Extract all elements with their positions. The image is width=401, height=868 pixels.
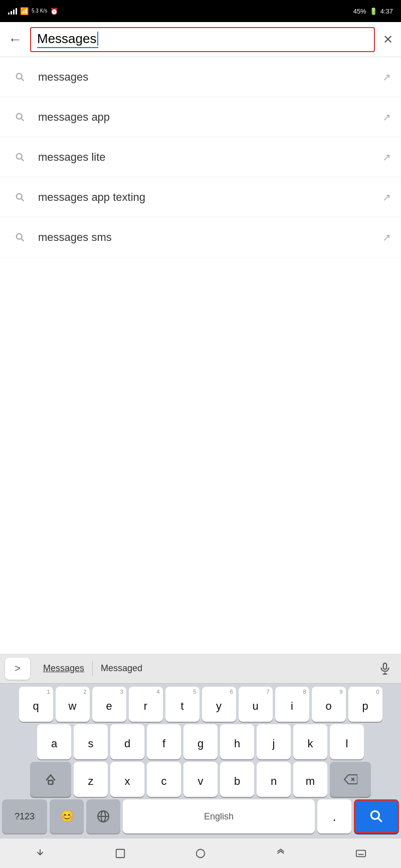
nav-keyboard-button[interactable] xyxy=(346,842,376,864)
svg-rect-24 xyxy=(356,850,365,856)
search-icon xyxy=(10,152,30,163)
svg-line-20 xyxy=(378,818,381,821)
search-bar: ← Messages ✕ xyxy=(0,22,401,57)
svg-line-3 xyxy=(21,118,24,121)
key-k[interactable]: k xyxy=(293,724,327,759)
key-o[interactable]: 9 o xyxy=(312,687,346,722)
battery-text: 45% xyxy=(353,8,366,15)
nav-recents-button[interactable] xyxy=(266,842,296,864)
key-u[interactable]: 7 u xyxy=(239,687,273,722)
keyboard: 1 q 2 w 3 e 4 r 5 t 6 y xyxy=(0,684,401,838)
arrow-icon: ↗ xyxy=(382,71,391,83)
svg-rect-13 xyxy=(49,780,53,784)
key-q[interactable]: 1 q xyxy=(19,687,53,722)
key-l[interactable]: l xyxy=(330,724,364,759)
back-button[interactable]: ← xyxy=(8,32,22,48)
search-icon xyxy=(10,72,30,83)
delete-key[interactable] xyxy=(330,762,371,797)
key-z[interactable]: z xyxy=(74,762,108,797)
svg-point-6 xyxy=(17,193,22,199)
search-icon xyxy=(10,232,30,243)
search-input-text: Messages xyxy=(37,31,97,47)
arrow-icon: ↗ xyxy=(382,111,391,123)
suggestion-text: messages app xyxy=(30,111,382,124)
search-key[interactable] xyxy=(354,799,399,833)
key-r[interactable]: 4 r xyxy=(129,687,163,722)
keyboard-row-1: 1 q 2 w 3 e 4 r 5 t 6 y xyxy=(2,687,399,722)
suggestion-text: messages xyxy=(30,71,382,84)
key-t[interactable]: 5 t xyxy=(165,687,199,722)
search-input[interactable]: Messages xyxy=(37,31,98,48)
key-g[interactable]: g xyxy=(183,724,218,759)
globe-key[interactable] xyxy=(86,799,120,833)
keyboard-row-4: ?123 😊 English . xyxy=(2,799,399,833)
suggestions-list: messages ↗ messages app ↗ messages lite … xyxy=(0,57,401,257)
key-f[interactable]: f xyxy=(147,724,181,759)
search-icon xyxy=(10,192,30,203)
time-text: 4:37 xyxy=(380,8,393,15)
emoji-key[interactable]: 😊 xyxy=(50,799,84,833)
key-n[interactable]: n xyxy=(257,762,291,797)
search-icon xyxy=(10,112,30,123)
alarm-icon: ⏰ xyxy=(50,8,58,15)
suggestion-text: messages lite xyxy=(30,151,382,164)
key-i[interactable]: 8 i xyxy=(275,687,309,722)
svg-line-5 xyxy=(21,158,24,161)
svg-rect-22 xyxy=(116,849,125,857)
key-d[interactable]: d xyxy=(110,724,144,759)
search-input-wrapper[interactable]: Messages xyxy=(30,27,375,52)
suggestion-item[interactable]: messages app texting ↗ xyxy=(0,177,401,217)
svg-point-2 xyxy=(17,113,22,119)
suggestion-word-messaged[interactable]: Messaged xyxy=(93,661,150,676)
suggestion-text: messages sms xyxy=(30,231,382,244)
speed-text: 5.3 K/s xyxy=(32,8,47,14)
nav-back-button[interactable] xyxy=(25,842,55,864)
shift-key[interactable] xyxy=(30,762,71,797)
key-b[interactable]: b xyxy=(220,762,254,797)
close-button[interactable]: ✕ xyxy=(383,33,393,47)
key-e[interactable]: 3 e xyxy=(92,687,126,722)
svg-point-0 xyxy=(17,73,22,79)
suggestion-item[interactable]: messages sms ↗ xyxy=(0,217,401,257)
text-cursor xyxy=(97,32,98,46)
wifi-icon: 📶 xyxy=(20,7,29,15)
key-w[interactable]: 2 w xyxy=(56,687,90,722)
microphone-button[interactable] xyxy=(374,658,396,680)
key-h[interactable]: h xyxy=(220,724,254,759)
keyboard-area: > Messages Messaged 1 q 2 w xyxy=(0,654,401,868)
key-c[interactable]: c xyxy=(147,762,181,797)
svg-rect-10 xyxy=(383,663,387,669)
svg-point-8 xyxy=(17,233,22,239)
status-right: 45% 🔋 4:37 xyxy=(353,8,393,15)
key-j[interactable]: j xyxy=(257,724,291,759)
expand-suggestions-button[interactable]: > xyxy=(5,658,30,680)
period-key[interactable]: . xyxy=(317,799,351,833)
key-m[interactable]: m xyxy=(293,762,327,797)
bottom-nav xyxy=(0,838,401,868)
arrow-icon: ↗ xyxy=(382,151,391,163)
svg-point-19 xyxy=(371,811,379,819)
signal-icon xyxy=(8,8,17,15)
numbers-key[interactable]: ?123 xyxy=(2,799,47,833)
status-left: 📶 5.3 K/s ⏰ xyxy=(8,7,58,15)
nav-circle-button[interactable] xyxy=(185,842,216,864)
expand-arrow-icon: > xyxy=(15,663,21,674)
nav-home-button[interactable] xyxy=(105,842,135,864)
key-p[interactable]: 0 p xyxy=(348,687,382,722)
keyboard-row-3: z x c v b n m xyxy=(2,762,399,797)
space-key[interactable]: English xyxy=(123,799,315,833)
suggestion-item[interactable]: messages lite ↗ xyxy=(0,137,401,177)
arrow-icon: ↗ xyxy=(382,191,391,203)
suggestion-word-messages[interactable]: Messages xyxy=(35,661,93,676)
key-s[interactable]: s xyxy=(74,724,108,759)
arrow-icon: ↗ xyxy=(382,231,391,243)
suggestion-item[interactable]: messages app ↗ xyxy=(0,97,401,137)
key-y[interactable]: 6 y xyxy=(202,687,236,722)
svg-point-4 xyxy=(17,153,22,159)
key-a[interactable]: a xyxy=(37,724,71,759)
status-bar: 📶 5.3 K/s ⏰ 45% 🔋 4:37 xyxy=(0,0,401,22)
suggestion-item[interactable]: messages ↗ xyxy=(0,57,401,97)
svg-point-23 xyxy=(196,849,205,857)
key-x[interactable]: x xyxy=(110,762,144,797)
key-v[interactable]: v xyxy=(183,762,218,797)
